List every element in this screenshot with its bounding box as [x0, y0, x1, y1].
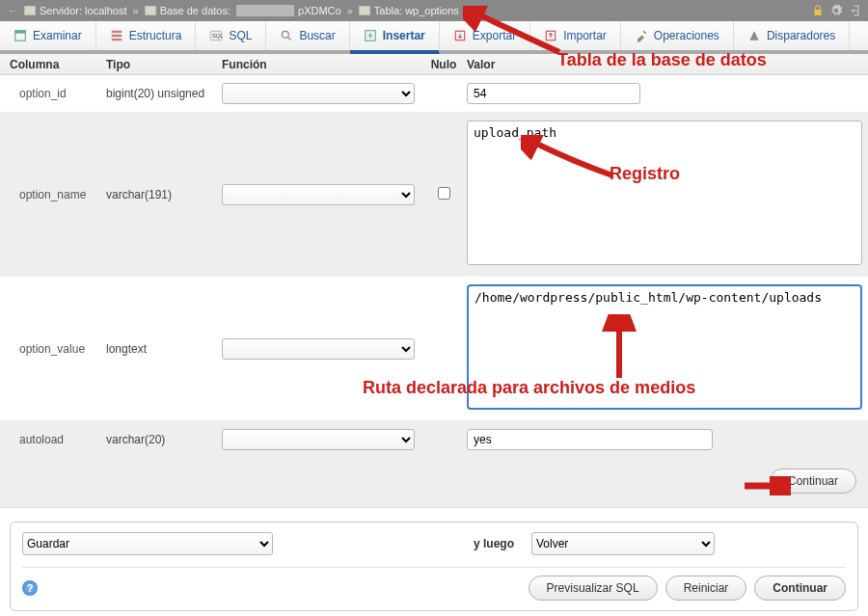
tab-sql[interactable]: SQL SQL — [196, 21, 266, 50]
field-type: varchar(20) — [106, 433, 222, 446]
tab-disparadores[interactable]: Disparadores — [734, 21, 850, 50]
gear-icon[interactable] — [829, 4, 843, 17]
field-type: longtext — [106, 342, 222, 356]
tab-label: Buscar — [299, 29, 335, 42]
server-icon — [24, 6, 36, 15]
function-select[interactable] — [222, 338, 415, 360]
tab-label: SQL — [229, 29, 252, 42]
search-icon — [280, 29, 293, 42]
crumb-separator: » — [347, 5, 353, 16]
row-option-name: option_name varchar(191) — [0, 113, 868, 277]
then-label: y luego — [474, 537, 514, 550]
crumb-db-label: Base de datos: — [160, 5, 231, 16]
field-name: option_value — [0, 342, 106, 356]
svg-text:SQL: SQL — [212, 33, 223, 39]
crumb-database[interactable]: Base de datos: pXDMCo — [145, 5, 341, 16]
svg-rect-1 — [15, 31, 26, 34]
form-header-row: Columna Tipo Función Nulo Valor — [0, 54, 868, 75]
exit-icon[interactable] — [849, 4, 862, 17]
crumb-db-suffix: pXDMCo — [298, 5, 341, 16]
triggers-icon — [747, 29, 761, 42]
crumb-server-label: Servidor: localhost — [40, 5, 127, 16]
tab-label: Estructura — [129, 29, 182, 42]
row-option-value: option_value longtext — [0, 277, 868, 421]
breadcrumb-bar: ← Servidor: localhost » Base de datos: p… — [0, 0, 868, 21]
crumb-server[interactable]: Servidor: localhost — [24, 5, 127, 16]
tab-examinar[interactable]: Examinar — [0, 21, 96, 50]
continue-row: Continuar — [0, 459, 868, 508]
field-name: option_name — [0, 188, 106, 201]
tab-operaciones[interactable]: Operaciones — [621, 21, 734, 50]
preview-sql-button[interactable]: Previsualizar SQL — [529, 576, 658, 601]
export-icon — [453, 29, 467, 42]
back-arrow-icon[interactable]: ← — [8, 5, 18, 16]
insert-icon — [364, 29, 377, 42]
tab-exportar[interactable]: Exportar — [440, 21, 530, 50]
svg-point-4 — [283, 31, 289, 38]
hdr-value: Valor — [463, 58, 868, 71]
value-input-autoload[interactable] — [467, 429, 713, 450]
hdr-null: Nulo — [424, 58, 463, 71]
tab-label: Operaciones — [654, 29, 719, 42]
help-icon[interactable]: ? — [22, 580, 38, 596]
import-icon — [544, 29, 557, 42]
crumb-table-label: Tabla: wp_options — [374, 5, 459, 16]
tab-label: Examinar — [33, 29, 82, 42]
tab-label: Insertar — [383, 29, 425, 42]
function-select[interactable] — [222, 429, 415, 450]
reset-button[interactable]: Reiniciar — [665, 576, 747, 601]
save-select[interactable]: Guardar — [22, 532, 273, 555]
value-textarea-option-name[interactable] — [467, 121, 862, 265]
hdr-function: Función — [222, 58, 424, 71]
field-name: option_id — [0, 87, 106, 100]
browse-icon — [14, 29, 27, 42]
database-icon — [145, 6, 156, 15]
tab-label: Importar — [563, 29, 607, 42]
tab-bar: Examinar Estructura SQL SQL Buscar Inser… — [0, 21, 868, 54]
table-icon — [359, 6, 370, 15]
after-select[interactable]: Volver — [531, 532, 715, 555]
function-select[interactable] — [222, 83, 415, 104]
hdr-column: Columna — [0, 58, 106, 71]
hdr-type: Tipo — [106, 58, 222, 71]
field-name: autoload — [0, 433, 106, 446]
tab-estructura[interactable]: Estructura — [96, 21, 197, 50]
lock-icon[interactable] — [812, 5, 824, 16]
null-checkbox[interactable] — [438, 187, 450, 200]
row-autoload: autoload varchar(20) — [0, 421, 868, 459]
tab-importar[interactable]: Importar — [530, 21, 621, 50]
function-select[interactable] — [222, 184, 415, 205]
operations-icon — [635, 29, 648, 42]
sql-icon: SQL — [209, 29, 223, 42]
field-type: varchar(191) — [106, 188, 222, 201]
tab-label: Disparadores — [767, 29, 835, 42]
bottom-panel: Guardar y luego Volver ? Previsualizar S… — [10, 522, 858, 611]
structure-icon — [110, 29, 123, 42]
field-type: bigint(20) unsigned — [106, 87, 222, 100]
tab-buscar[interactable]: Buscar — [266, 21, 349, 50]
value-input-option-id[interactable] — [467, 83, 640, 104]
row-option-id: option_id bigint(20) unsigned — [0, 75, 868, 113]
crumb-table[interactable]: Tabla: wp_options — [359, 5, 459, 16]
crumb-separator: » — [133, 5, 139, 16]
db-name-redacted — [236, 5, 294, 16]
value-textarea-option-value[interactable] — [467, 284, 862, 410]
tab-insertar[interactable]: Insertar — [350, 21, 440, 54]
continue-button[interactable]: Continuar — [770, 469, 856, 494]
tab-label: Exportar — [473, 29, 516, 42]
continue-button-bottom[interactable]: Continuar — [754, 576, 846, 601]
